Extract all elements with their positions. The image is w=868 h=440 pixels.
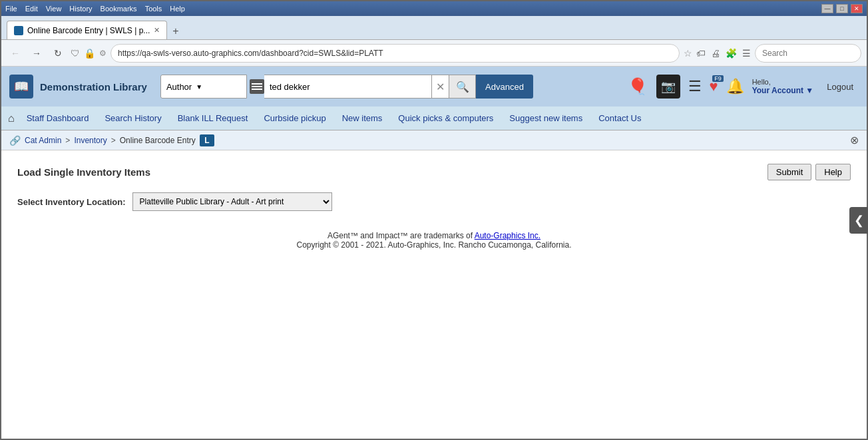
close-window-button[interactable]: ✕ xyxy=(851,4,863,13)
menu-edit[interactable]: Edit xyxy=(25,5,38,13)
list-icon[interactable]: ☰ xyxy=(688,78,702,95)
logo-icon: 📖 xyxy=(9,75,33,99)
tab-close-button[interactable]: ✕ xyxy=(154,26,160,35)
shield-icon: 🛡 xyxy=(71,48,80,59)
tab-favicon xyxy=(14,26,23,35)
logout-button[interactable]: Logout xyxy=(821,79,859,95)
menu-file[interactable]: File xyxy=(5,5,17,13)
pocket-icon[interactable]: 🏷 xyxy=(696,48,706,59)
search-clear-button[interactable]: ✕ xyxy=(432,75,449,99)
minimize-button[interactable]: — xyxy=(821,4,833,13)
search-bar: Author ▼ ✕ 🔍 Advanced xyxy=(160,75,533,99)
maximize-button[interactable]: □ xyxy=(836,4,848,13)
search-input[interactable] xyxy=(264,75,432,99)
new-tab-button[interactable]: + xyxy=(167,23,184,39)
breadcrumb-close-button[interactable]: ⊗ xyxy=(850,134,859,146)
wishlist-icon-wrapper: ♥ F9 xyxy=(710,78,718,95)
action-buttons: Submit Help xyxy=(767,164,851,180)
menu-view[interactable]: View xyxy=(46,5,62,13)
breadcrumb-bar: 🔗 Cat Admin > Inventory > Online Barcode… xyxy=(1,130,867,150)
back-button[interactable]: ← xyxy=(7,45,24,62)
home-nav-icon[interactable]: ⌂ xyxy=(8,112,15,124)
inventory-location-select[interactable]: Platteville Public Library - Adult - Art… xyxy=(132,192,332,211)
menu-history[interactable]: History xyxy=(69,5,92,13)
page-header: Load Single Inventory Items Submit Help xyxy=(17,164,851,180)
search-type-dropdown[interactable]: Author ▼ xyxy=(160,75,247,99)
active-tab[interactable]: Online Barcode Entry | SWLS | p... ✕ xyxy=(7,21,167,39)
breadcrumb-inventory[interactable]: Inventory xyxy=(74,136,107,145)
menu-help[interactable]: Help xyxy=(170,5,185,13)
footer-link[interactable]: Auto-Graphics Inc. xyxy=(475,231,541,240)
your-account-dropdown[interactable]: Your Account ▼ xyxy=(752,86,814,95)
help-button[interactable]: Help xyxy=(815,164,851,180)
hello-text: Hello, xyxy=(752,78,814,86)
breadcrumb-badge: L xyxy=(200,134,214,146)
database-icon xyxy=(250,79,264,94)
page-title: Load Single Inventory Items xyxy=(17,166,150,178)
search-go-button[interactable]: 🔍 xyxy=(449,75,476,99)
dropdown-chevron-icon: ▼ xyxy=(196,83,202,91)
inventory-form-row: Select Inventory Location: Platteville P… xyxy=(17,192,851,211)
menu-bar: File Edit View History Bookmarks Tools H… xyxy=(5,5,185,13)
f9-badge: F9 xyxy=(712,75,724,82)
footer-line1: AGent™ and Impact™ are trademarks of Aut… xyxy=(17,231,851,240)
footer-line2: Copyright © 2001 - 2021. Auto-Graphics, … xyxy=(17,240,851,250)
advanced-search-button[interactable]: Advanced xyxy=(476,75,533,99)
nav-quick-picks[interactable]: Quick picks & computers xyxy=(391,109,500,127)
forward-button[interactable]: → xyxy=(28,45,45,62)
bookmark-star-icon[interactable]: ☆ xyxy=(684,48,692,59)
nav-bar: ⌂ Staff Dashboard Search History Blank I… xyxy=(1,107,867,130)
breadcrumb-link-icon: 🔗 xyxy=(9,135,21,146)
lock-icon: 🔒 xyxy=(84,48,95,59)
browser-search-input[interactable] xyxy=(755,44,861,63)
nav-blank-ill-request[interactable]: Blank ILL Request xyxy=(171,109,255,127)
nav-staff-dashboard[interactable]: Staff Dashboard xyxy=(20,109,96,127)
settings-icon: ⚙ xyxy=(99,49,107,58)
breadcrumb-current-page: Online Barcode Entry xyxy=(120,136,196,145)
breadcrumb-cat-admin[interactable]: Cat Admin xyxy=(25,136,61,145)
notifications-bell-icon[interactable]: 🔔 xyxy=(726,78,744,95)
library-name: Demonstration Library xyxy=(40,81,147,93)
print-icon[interactable]: 🖨 xyxy=(711,48,720,59)
tab-title: Online Barcode Entry | SWLS | p... xyxy=(27,26,150,35)
search-magnifier-icon: 🔍 xyxy=(456,81,469,93)
camera-icon[interactable]: 📷 xyxy=(656,75,680,99)
account-section: Hello, Your Account ▼ xyxy=(752,78,814,95)
submit-button[interactable]: Submit xyxy=(767,164,811,180)
app-header: 📖 Demonstration Library Author ▼ ✕ 🔍 Adv… xyxy=(1,67,867,107)
menu-bookmarks[interactable]: Bookmarks xyxy=(101,5,137,13)
nav-contact-us[interactable]: Contact Us xyxy=(592,109,648,127)
menu-hamburger-icon[interactable]: ☰ xyxy=(742,48,751,59)
address-bar: ← → ↻ 🛡 🔒 ⚙ ☆ 🏷 🖨 🧩 ☰ xyxy=(1,40,867,67)
side-chevron-button[interactable]: ❮ xyxy=(849,207,868,234)
nav-curbside-pickup[interactable]: Curbside pickup xyxy=(257,109,332,127)
nav-new-items[interactable]: New items xyxy=(335,109,389,127)
browser-toolbar-icons: 🏷 🖨 🧩 ☰ xyxy=(696,48,751,59)
nav-search-history[interactable]: Search History xyxy=(98,109,168,127)
nav-suggest-new-items[interactable]: Suggest new items xyxy=(503,109,589,127)
header-icons: 🎈 📷 ☰ ♥ F9 🔔 Hello, Your Account ▼ Logou… xyxy=(627,75,859,99)
inventory-location-label: Select Inventory Location: xyxy=(17,197,126,207)
search-type-label: Author xyxy=(166,82,192,92)
window-controls: — □ ✕ xyxy=(821,4,863,13)
refresh-button[interactable]: ↻ xyxy=(49,45,67,62)
tab-bar: Online Barcode Entry | SWLS | p... ✕ + xyxy=(1,16,867,40)
breadcrumb-sep-1: > xyxy=(65,136,70,145)
url-input[interactable] xyxy=(110,44,680,63)
main-content: Load Single Inventory Items Submit Help … xyxy=(1,150,867,439)
breadcrumb-sep-2: > xyxy=(111,136,116,145)
menu-tools[interactable]: Tools xyxy=(145,5,162,13)
footer-text: AGent™ and Impact™ are trademarks of Aut… xyxy=(17,231,851,250)
extension-icon[interactable]: 🧩 xyxy=(726,48,737,59)
balloon-icon[interactable]: 🎈 xyxy=(627,76,648,97)
